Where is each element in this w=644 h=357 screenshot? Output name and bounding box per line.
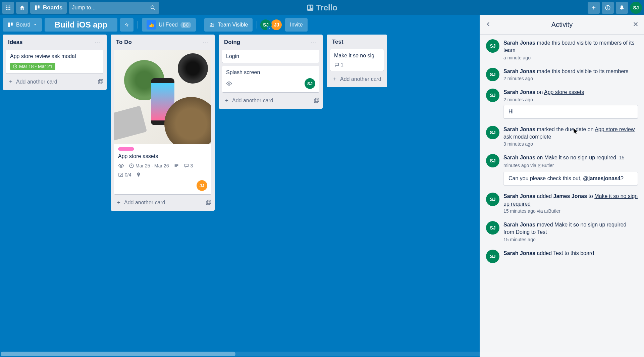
card-app-store-assets[interactable]: App store assets Mar 25 - Mar 26 3 0/4 J… xyxy=(114,50,211,194)
activity-avatar[interactable]: SJ xyxy=(486,154,499,167)
back-button[interactable] xyxy=(485,20,491,29)
plus-icon: ＋ xyxy=(8,78,13,85)
plus-icon: ＋ xyxy=(224,97,229,104)
member-avatar-jj[interactable]: JJ xyxy=(270,19,282,31)
svg-rect-9 xyxy=(35,5,37,10)
activity-panel-title: Activity xyxy=(551,21,573,29)
list-title[interactable]: Ideas xyxy=(8,39,22,46)
member-avatar-sj[interactable]: SJ» xyxy=(260,19,272,31)
add-card-button[interactable]: ＋Add another card xyxy=(114,198,167,207)
card-badges: 1 xyxy=(334,62,380,67)
search-box[interactable] xyxy=(69,2,159,14)
list-footer: ＋Add another card xyxy=(330,74,384,84)
checklist-icon xyxy=(118,172,123,177)
activity-comment[interactable]: Hi xyxy=(503,105,638,118)
trello-logo[interactable]: Trello xyxy=(307,3,337,12)
template-icon[interactable] xyxy=(97,79,103,85)
activity-avatar[interactable]: SJ xyxy=(486,89,499,102)
activity-avatar[interactable]: SJ xyxy=(486,193,499,206)
add-card-button[interactable]: ＋Add another card xyxy=(6,77,59,87)
list-menu-button[interactable]: ⋯ xyxy=(95,39,101,46)
template-icon[interactable] xyxy=(205,200,211,206)
add-card-button[interactable]: ＋Add another card xyxy=(330,74,383,84)
list-title[interactable]: To Do xyxy=(116,39,132,46)
activity-avatar[interactable]: SJ xyxy=(486,39,499,53)
card-make-it-so[interactable]: Make it so no sig 1 xyxy=(330,49,384,71)
clock-icon xyxy=(129,163,134,168)
svg-rect-15 xyxy=(311,5,313,7)
plus-icon: ＋ xyxy=(332,75,337,83)
activity-feed[interactable]: SJSarah Jonas made this board visible to… xyxy=(480,35,644,357)
close-button[interactable] xyxy=(633,20,639,29)
activity-avatar[interactable]: SJ xyxy=(486,126,499,139)
svg-rect-25 xyxy=(99,79,103,83)
template-icon[interactable] xyxy=(313,98,319,104)
svg-rect-10 xyxy=(38,5,40,8)
horizontal-scrollbar[interactable] xyxy=(1,352,643,356)
list-menu-button[interactable]: ⋯ xyxy=(311,39,317,46)
visibility-label: Team Visible xyxy=(218,22,248,28)
list-header: Doing ⋯ xyxy=(222,38,319,47)
board-name[interactable]: Build iOS app xyxy=(45,18,117,32)
list-header: To Do ⋯ xyxy=(114,38,211,47)
description-badge xyxy=(174,163,179,168)
clock-icon xyxy=(13,64,17,69)
svg-rect-13 xyxy=(307,4,313,10)
create-button[interactable] xyxy=(588,2,600,14)
activity-link[interactable]: Make it so no sign up required xyxy=(554,222,626,227)
boards-button-label: Boards xyxy=(43,4,63,11)
card-splash-screen[interactable]: Splash screen SJ xyxy=(222,66,319,92)
trello-logo-icon xyxy=(307,4,314,11)
activity-text: Sarah Jonas on Make it so no sign up req… xyxy=(503,154,638,169)
plus-icon xyxy=(591,5,597,11)
member-avatar[interactable]: JJ xyxy=(197,180,207,191)
activity-text: Sarah Jonas added Test to this board xyxy=(503,250,638,257)
list-header: Test xyxy=(330,38,384,46)
top-header: Boards Trello SJ xyxy=(0,0,644,15)
checklist-badge: 0/4 xyxy=(118,172,131,177)
card-login[interactable]: Login xyxy=(222,50,319,63)
visibility-button[interactable]: Team Visible xyxy=(204,18,253,32)
activity-timestamp: a minute ago xyxy=(503,55,638,60)
scrollbar-thumb[interactable] xyxy=(1,352,235,356)
label-pink[interactable] xyxy=(118,147,134,151)
user-avatar[interactable]: SJ xyxy=(630,2,642,14)
comments-badge: 3 xyxy=(184,163,193,168)
member-avatar[interactable]: SJ xyxy=(305,78,315,89)
activity-link[interactable]: Make it so no sign up required xyxy=(544,155,616,160)
list-title[interactable]: Doing xyxy=(224,39,240,46)
boards-button[interactable]: Boards xyxy=(30,2,67,14)
list-title[interactable]: Test xyxy=(332,39,343,45)
svg-rect-31 xyxy=(119,173,123,177)
logo-text: Trello xyxy=(316,3,337,12)
card-app-store-review[interactable]: App store review ask modal Mar 18 - Mar … xyxy=(6,50,103,73)
home-button[interactable] xyxy=(16,2,28,14)
activity-comment[interactable]: Can you please check this out, @jamesjon… xyxy=(503,172,638,185)
board-view-switcher[interactable]: Board xyxy=(3,18,42,32)
search-input[interactable] xyxy=(72,5,150,11)
star-button[interactable] xyxy=(120,18,133,32)
info-icon xyxy=(605,5,611,11)
card-badges-2: 0/4 xyxy=(118,172,207,177)
info-button[interactable] xyxy=(602,2,614,14)
card-title: Splash screen xyxy=(226,69,315,75)
activity-avatar[interactable]: SJ xyxy=(486,221,499,235)
apps-menu-button[interactable] xyxy=(2,2,14,14)
board-icon xyxy=(7,22,13,28)
invite-button[interactable]: Invite xyxy=(285,18,307,32)
location-icon xyxy=(136,172,141,177)
activity-timestamp: 3 minutes ago xyxy=(503,141,638,147)
activity-avatar[interactable]: SJ xyxy=(486,68,499,81)
activity-item: SJSarah Jonas marked the due date on App… xyxy=(486,126,638,147)
list-menu-button[interactable]: ⋯ xyxy=(203,39,209,46)
notifications-button[interactable] xyxy=(616,2,628,14)
bell-icon xyxy=(619,5,625,11)
svg-point-22 xyxy=(212,23,214,25)
activity-avatar[interactable]: SJ xyxy=(486,250,499,263)
activity-link[interactable]: App store assets xyxy=(544,89,584,95)
svg-rect-28 xyxy=(174,164,178,164)
header-left: Boards xyxy=(2,2,159,14)
add-card-button[interactable]: ＋Add another card xyxy=(222,96,275,105)
powerup-button[interactable]: UI Feed BC xyxy=(142,18,196,32)
svg-point-21 xyxy=(211,23,212,25)
